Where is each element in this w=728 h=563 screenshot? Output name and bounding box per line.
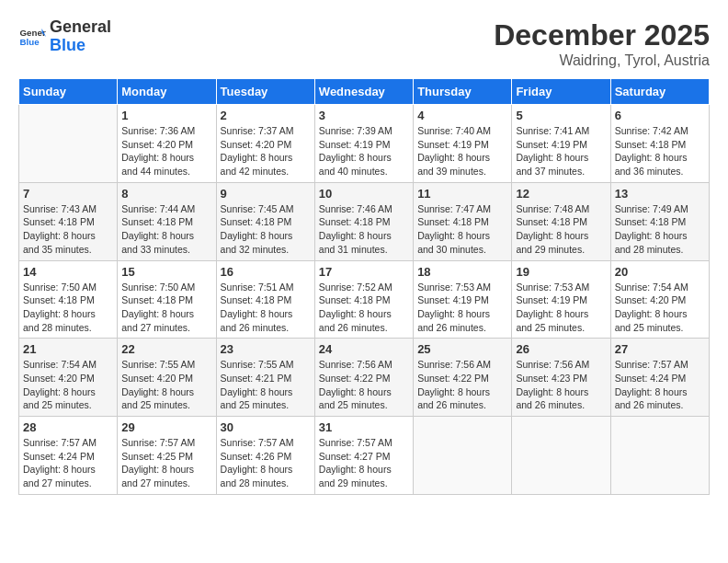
day-info: Sunrise: 7:49 AMSunset: 4:18 PMDaylight:… xyxy=(615,202,705,257)
calendar-cell: 3Sunrise: 7:39 AMSunset: 4:19 PMDaylight… xyxy=(314,105,413,183)
calendar-cell: 21Sunrise: 7:54 AMSunset: 4:20 PMDayligh… xyxy=(19,339,118,417)
calendar-cell: 1Sunrise: 7:36 AMSunset: 4:20 PMDaylight… xyxy=(118,105,216,183)
day-info: Sunrise: 7:57 AMSunset: 4:27 PMDaylight:… xyxy=(319,436,409,490)
day-info: Sunrise: 7:41 AMSunset: 4:19 PMDaylight:… xyxy=(516,124,606,178)
day-info: Sunrise: 7:57 AMSunset: 4:26 PMDaylight:… xyxy=(221,436,311,490)
calendar-table: SundayMondayTuesdayWednesdayThursdayFrid… xyxy=(18,78,710,495)
logo-general: General xyxy=(50,18,111,37)
header-day-thursday: Thursday xyxy=(414,79,512,105)
logo-icon: General Blue xyxy=(18,23,46,51)
day-number: 24 xyxy=(319,342,409,356)
calendar-week-1: 1Sunrise: 7:36 AMSunset: 4:20 PMDaylight… xyxy=(19,105,710,183)
calendar-cell: 28Sunrise: 7:57 AMSunset: 4:24 PMDayligh… xyxy=(19,417,118,495)
day-info: Sunrise: 7:55 AMSunset: 4:20 PMDaylight:… xyxy=(121,358,211,412)
day-info: Sunrise: 7:50 AMSunset: 4:18 PMDaylight:… xyxy=(23,281,113,335)
svg-text:Blue: Blue xyxy=(20,37,40,47)
calendar-cell: 5Sunrise: 7:41 AMSunset: 4:19 PMDaylight… xyxy=(512,105,610,183)
calendar-cell xyxy=(610,417,709,495)
calendar-week-4: 21Sunrise: 7:54 AMSunset: 4:20 PMDayligh… xyxy=(19,339,710,417)
day-number: 18 xyxy=(417,265,507,279)
calendar-cell: 14Sunrise: 7:50 AMSunset: 4:18 PMDayligh… xyxy=(19,260,118,339)
day-number: 16 xyxy=(221,265,311,279)
day-info: Sunrise: 7:56 AMSunset: 4:23 PMDaylight:… xyxy=(516,358,606,412)
calendar-cell: 13Sunrise: 7:49 AMSunset: 4:18 PMDayligh… xyxy=(610,182,709,260)
header-day-wednesday: Wednesday xyxy=(314,79,413,105)
day-number: 19 xyxy=(516,265,606,279)
day-number: 26 xyxy=(516,342,606,356)
calendar-week-3: 14Sunrise: 7:50 AMSunset: 4:18 PMDayligh… xyxy=(19,260,710,339)
day-info: Sunrise: 7:40 AMSunset: 4:19 PMDaylight:… xyxy=(417,124,507,178)
calendar-cell: 2Sunrise: 7:37 AMSunset: 4:20 PMDaylight… xyxy=(216,105,314,183)
calendar-cell: 7Sunrise: 7:43 AMSunset: 4:18 PMDaylight… xyxy=(19,182,118,260)
day-number: 2 xyxy=(221,109,311,122)
day-number: 12 xyxy=(516,187,606,201)
day-info: Sunrise: 7:52 AMSunset: 4:18 PMDaylight:… xyxy=(319,281,409,335)
day-number: 10 xyxy=(319,187,409,201)
calendar-cell: 16Sunrise: 7:51 AMSunset: 4:18 PMDayligh… xyxy=(216,260,314,339)
day-info: Sunrise: 7:43 AMSunset: 4:18 PMDaylight:… xyxy=(23,202,113,257)
page-title: December 2025 xyxy=(494,18,710,52)
calendar-cell: 10Sunrise: 7:46 AMSunset: 4:18 PMDayligh… xyxy=(314,182,413,260)
calendar-cell xyxy=(414,417,512,495)
calendar-cell: 17Sunrise: 7:52 AMSunset: 4:18 PMDayligh… xyxy=(314,260,413,339)
day-info: Sunrise: 7:37 AMSunset: 4:20 PMDaylight:… xyxy=(221,124,311,178)
calendar-body: 1Sunrise: 7:36 AMSunset: 4:20 PMDaylight… xyxy=(19,105,710,495)
calendar-week-5: 28Sunrise: 7:57 AMSunset: 4:24 PMDayligh… xyxy=(19,417,710,495)
day-info: Sunrise: 7:56 AMSunset: 4:22 PMDaylight:… xyxy=(319,358,409,412)
calendar-cell: 23Sunrise: 7:55 AMSunset: 4:21 PMDayligh… xyxy=(216,339,314,417)
day-info: Sunrise: 7:42 AMSunset: 4:18 PMDaylight:… xyxy=(615,124,705,178)
day-number: 28 xyxy=(23,420,113,434)
day-number: 6 xyxy=(615,109,705,122)
calendar-cell: 19Sunrise: 7:53 AMSunset: 4:19 PMDayligh… xyxy=(512,260,610,339)
calendar-cell: 8Sunrise: 7:44 AMSunset: 4:18 PMDaylight… xyxy=(118,182,216,260)
calendar-cell: 27Sunrise: 7:57 AMSunset: 4:24 PMDayligh… xyxy=(610,339,709,417)
title-block: December 2025 Waidring, Tyrol, Austria xyxy=(494,18,710,69)
day-number: 25 xyxy=(417,342,507,356)
day-info: Sunrise: 7:50 AMSunset: 4:18 PMDaylight:… xyxy=(121,281,211,335)
day-info: Sunrise: 7:54 AMSunset: 4:20 PMDaylight:… xyxy=(23,358,113,412)
day-info: Sunrise: 7:56 AMSunset: 4:22 PMDaylight:… xyxy=(417,358,507,412)
day-info: Sunrise: 7:54 AMSunset: 4:20 PMDaylight:… xyxy=(615,281,705,335)
logo-blue: Blue xyxy=(50,37,111,55)
logo: General Blue General Blue xyxy=(18,18,111,55)
day-info: Sunrise: 7:57 AMSunset: 4:24 PMDaylight:… xyxy=(23,436,113,490)
day-info: Sunrise: 7:47 AMSunset: 4:18 PMDaylight:… xyxy=(417,202,507,257)
day-number: 29 xyxy=(121,420,211,434)
calendar-cell: 20Sunrise: 7:54 AMSunset: 4:20 PMDayligh… xyxy=(610,260,709,339)
calendar-cell: 15Sunrise: 7:50 AMSunset: 4:18 PMDayligh… xyxy=(118,260,216,339)
day-info: Sunrise: 7:48 AMSunset: 4:18 PMDaylight:… xyxy=(516,202,606,257)
day-number: 31 xyxy=(319,420,409,434)
header-day-saturday: Saturday xyxy=(610,79,709,105)
day-info: Sunrise: 7:44 AMSunset: 4:18 PMDaylight:… xyxy=(121,202,211,257)
day-number: 11 xyxy=(417,187,507,201)
logo-text: General Blue xyxy=(50,18,111,55)
calendar-cell: 25Sunrise: 7:56 AMSunset: 4:22 PMDayligh… xyxy=(414,339,512,417)
day-number: 1 xyxy=(121,109,211,122)
calendar-cell: 12Sunrise: 7:48 AMSunset: 4:18 PMDayligh… xyxy=(512,182,610,260)
calendar-cell: 31Sunrise: 7:57 AMSunset: 4:27 PMDayligh… xyxy=(314,417,413,495)
day-number: 5 xyxy=(516,109,606,122)
calendar-week-2: 7Sunrise: 7:43 AMSunset: 4:18 PMDaylight… xyxy=(19,182,710,260)
day-info: Sunrise: 7:45 AMSunset: 4:18 PMDaylight:… xyxy=(221,202,311,257)
day-info: Sunrise: 7:53 AMSunset: 4:19 PMDaylight:… xyxy=(417,281,507,335)
day-info: Sunrise: 7:53 AMSunset: 4:19 PMDaylight:… xyxy=(516,281,606,335)
calendar-cell: 6Sunrise: 7:42 AMSunset: 4:18 PMDaylight… xyxy=(610,105,709,183)
day-number: 17 xyxy=(319,265,409,279)
header-day-sunday: Sunday xyxy=(19,79,118,105)
day-info: Sunrise: 7:46 AMSunset: 4:18 PMDaylight:… xyxy=(319,202,409,257)
day-number: 3 xyxy=(319,109,409,122)
day-number: 20 xyxy=(615,265,705,279)
header-day-monday: Monday xyxy=(118,79,216,105)
day-info: Sunrise: 7:39 AMSunset: 4:19 PMDaylight:… xyxy=(319,124,409,178)
day-info: Sunrise: 7:57 AMSunset: 4:24 PMDaylight:… xyxy=(615,358,705,412)
calendar-cell: 26Sunrise: 7:56 AMSunset: 4:23 PMDayligh… xyxy=(512,339,610,417)
day-number: 9 xyxy=(221,187,311,201)
day-number: 30 xyxy=(221,420,311,434)
day-info: Sunrise: 7:55 AMSunset: 4:21 PMDaylight:… xyxy=(221,358,311,412)
calendar-cell: 18Sunrise: 7:53 AMSunset: 4:19 PMDayligh… xyxy=(414,260,512,339)
calendar-header: SundayMondayTuesdayWednesdayThursdayFrid… xyxy=(19,79,710,105)
header-day-friday: Friday xyxy=(512,79,610,105)
header-row: SundayMondayTuesdayWednesdayThursdayFrid… xyxy=(19,79,710,105)
day-number: 21 xyxy=(23,342,113,356)
day-number: 14 xyxy=(23,265,113,279)
